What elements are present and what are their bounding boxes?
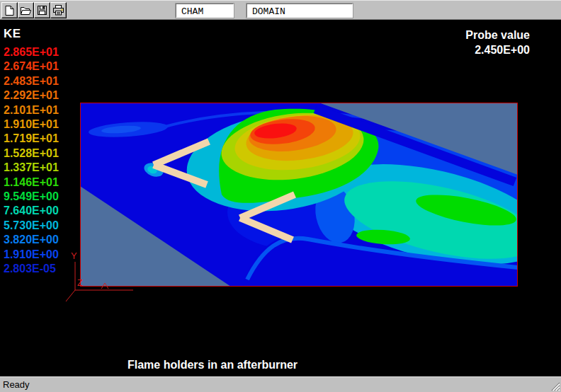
legend-entries: 2.865E+012.674E+012.483E+012.292E+012.10… <box>4 45 59 277</box>
object-field[interactable] <box>246 4 353 18</box>
company-field[interactable] <box>176 4 234 18</box>
new-document-button[interactable] <box>1 2 18 18</box>
axis-triad: Y Z <box>62 246 147 310</box>
legend-entry: 2.674E+01 <box>4 59 59 74</box>
print-icon <box>52 5 64 16</box>
probe-readout: Probe value 2.450E+00 <box>465 28 530 57</box>
save-button[interactable] <box>34 2 50 18</box>
legend-entry: 2.292E+01 <box>4 88 59 103</box>
legend-entry: 1.146E+01 <box>4 175 59 190</box>
z-axis-label: Z <box>77 277 83 288</box>
contour-legend: KE 2.865E+012.674E+012.483E+012.292E+012… <box>4 27 59 277</box>
resize-grip-icon[interactable] <box>550 381 560 391</box>
probe-value: 2.450E+00 <box>465 42 530 57</box>
probe-label: Probe value <box>465 28 530 42</box>
print-button[interactable] <box>50 2 67 18</box>
legend-title: KE <box>4 27 59 41</box>
application-window: KE 2.865E+012.674E+012.483E+012.292E+012… <box>0 0 561 392</box>
legend-entry: 1.528E+01 <box>4 146 59 161</box>
legend-entry: 2.803E-05 <box>4 262 59 276</box>
legend-entry: 5.730E+00 <box>4 219 59 233</box>
legend-entry: 1.910E+00 <box>4 248 59 262</box>
legend-entry: 1.719E+01 <box>4 132 59 146</box>
open-folder-icon <box>20 6 32 16</box>
legend-entry: 2.865E+01 <box>4 45 59 59</box>
legend-entry: 7.640E+00 <box>4 204 59 218</box>
open-file-button[interactable] <box>18 2 34 18</box>
status-text: Ready <box>3 379 30 390</box>
status-bar: Ready <box>0 376 561 392</box>
legend-entry: 1.337E+01 <box>4 161 59 175</box>
legend-entry: 1.910E+01 <box>4 117 59 132</box>
save-floppy-icon <box>37 5 47 16</box>
x-axis-arrow <box>101 283 108 289</box>
legend-entry: 2.101E+01 <box>4 103 59 117</box>
legend-entry: 9.549E+00 <box>4 190 59 204</box>
y-axis-label: Y <box>71 250 77 261</box>
plot-caption: Flame holders in an afterburner <box>128 359 298 371</box>
new-document-icon <box>4 5 15 16</box>
legend-entry: 2.483E+01 <box>4 74 59 88</box>
legend-entry: 3.820E+00 <box>4 233 59 247</box>
toolbar <box>0 0 561 20</box>
